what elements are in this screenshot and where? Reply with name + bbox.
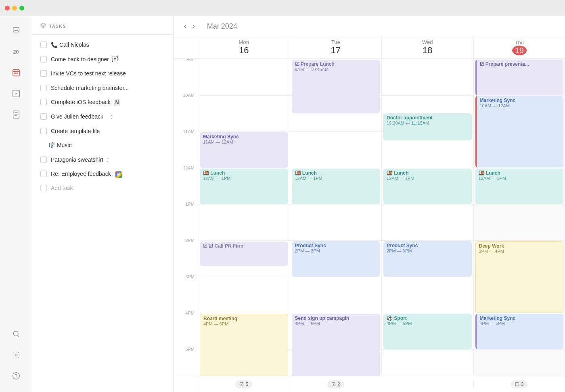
event-time: 4PM — 6PM [295,321,377,326]
footer-badge-icon-thu: ☐ [515,382,519,387]
svg-rect-2 [15,73,17,74]
svg-rect-5 [13,111,19,118]
help-icon-nav[interactable] [6,366,26,386]
event-title: Marketing Sync [203,134,285,140]
task-item[interactable]: Schedule marketing brainstor... [32,81,173,96]
event-marketing-sync-thu-2[interactable]: Marketing Sync 4PM — 5PM [475,314,564,349]
event-time: 9AM — 10:45AM [295,67,377,72]
event-lunch-tue[interactable]: 🍱 Lunch 12AM — 1PM [292,169,380,204]
footer-col-thu[interactable]: ☐ 3 [473,380,565,388]
event-call-pr-mon[interactable]: ☑ Call PR Firm [200,242,288,266]
task-text: 📞 Call Nicolas [51,41,89,49]
event-time: 2PM — 3PM [295,248,377,253]
next-button[interactable]: › [190,22,197,31]
sidebar-item-month-cal[interactable]: 20 [6,42,26,61]
event-title: ☑ Prepare Lunch [295,61,377,67]
add-task-button[interactable]: Add task [32,181,173,194]
task-item[interactable]: Re: Employee feedback M [32,167,173,181]
event-prepare-lunch-tue[interactable]: ☑ Prepare Lunch 9AM — 10:45AM [292,60,380,113]
footer-col-mon[interactable]: ☑ 5 [198,380,290,388]
event-title: ⚽ Sport [387,315,469,321]
event-time: 2PM — 3PM [387,248,469,253]
time-label-2pm: 2PM [185,238,195,243]
event-product-sync-wed[interactable]: Product Sync 2PM — 3PM [383,241,472,277]
event-deep-work-thu[interactable]: Deep Work 2PM — 4PM [475,241,564,313]
event-lunch-wed[interactable]: 🍱 Lunch 12AM — 1PM [383,169,472,204]
settings-icon-nav[interactable] [6,345,26,365]
event-marketing-sync-thu[interactable]: Marketing Sync 10AM — 12AM [475,96,564,167]
tasks-panel: TASKS 📞 Call Nicolas Come back to design… [32,16,174,392]
footer-badge-mon[interactable]: ☑ 5 [235,380,252,388]
traffic-lights [5,6,24,10]
event-signup-tue[interactable]: Send sign up campagin 4PM — 6PM [292,314,380,376]
minimize-button[interactable] [12,6,17,10]
sidebar-item-tasks[interactable] [6,84,26,103]
sidebar-item-inbox[interactable] [6,21,26,40]
tasks-header-label: TASKS [49,24,66,29]
task-checkbox[interactable] [40,85,47,91]
task-item[interactable]: Complete iOS feedback N [32,95,173,110]
event-lunch-thu[interactable]: 🍱 Lunch 12AM — 1PM [475,169,564,204]
task-checkbox[interactable] [40,128,47,134]
footer-badge-count-mon: 5 [245,382,248,387]
task-item[interactable]: Give Julien feedback [32,110,173,124]
svg-point-7 [15,354,17,356]
svg-rect-1 [14,73,15,74]
event-time: 11AM — 12AM [203,140,285,144]
footer-badge-tue[interactable]: ☑ 2 [327,380,344,388]
add-task-checkbox [40,185,47,191]
task-checkbox[interactable] [40,56,47,63]
task-item[interactable]: Invite VCs to test next release [32,67,173,81]
event-sport-wed[interactable]: ⚽ Sport 4PM — 5PM [383,314,472,349]
task-text: Create template file [51,127,100,136]
event-title: Marketing Sync [480,315,561,321]
event-product-sync-tue[interactable]: Product Sync 2PM — 3PM [292,241,380,277]
time-label-10am: 10AM [183,93,195,98]
title-bar [0,0,565,16]
close-button[interactable] [5,6,10,10]
sidebar-item-week-cal[interactable] [6,63,26,82]
day-name-mon: Mon [239,39,249,45]
task-item[interactable]: Patagonia sweatshirt ⤴ [32,153,173,167]
day-col-thu: ☑ Prepare presenta... Marketing Sync 10A… [473,59,565,376]
event-board-meeting-mon[interactable]: Board meeting 4PM — 6PM [200,314,288,376]
sidebar-item-notes[interactable] [6,105,26,124]
footer-badge-icon-mon: ☑ [239,382,244,387]
day-num-wed: 18 [423,45,432,56]
day-header-thu: Thu 19 [473,36,565,58]
footer-col-tue[interactable]: ☑ 2 [290,380,382,388]
time-label-5pm: 5PM [185,347,195,352]
event-title: 🍱 Lunch [479,170,561,176]
task-text: Come back to designer 🇲 [51,56,118,64]
tasks-header: TASKS [32,16,173,35]
event-title: Board meeting [203,316,285,321]
task-checkbox[interactable] [40,70,47,77]
task-item[interactable]: Come back to designer 🇲 [32,52,173,67]
task-checkbox[interactable] [40,42,47,48]
event-time: 12AM — 1PM [479,176,561,181]
event-lunch-mon[interactable]: 🍱 Lunch 12AM — 1PM [200,169,288,204]
svg-rect-9 [108,114,115,120]
maximize-button[interactable] [19,6,24,10]
footer-badge-thu[interactable]: ☐ 3 [511,380,528,388]
task-checkbox[interactable] [40,156,47,163]
task-item[interactable]: 📞 Call Nicolas [32,38,173,52]
task-checkbox[interactable] [40,171,47,177]
event-doctor-wed[interactable]: Doctor appointment 10:30AM — 11:15AM [383,113,472,140]
event-time: 12AM — 1PM [203,176,285,181]
task-item[interactable]: Create template file [32,124,173,139]
task-checkbox[interactable] [40,99,47,105]
event-prepare-pres-thu[interactable]: ☑ Prepare presenta... [475,60,564,95]
event-marketing-sync-mon[interactable]: Marketing Sync 11AM — 12AM [200,132,288,168]
event-title: 🍱 Lunch [203,170,285,176]
task-checkbox[interactable] [40,113,47,120]
calendar-title: Mar2024 [205,21,237,31]
day-col-tue: ☑ Prepare Lunch 9AM — 10:45AM 🍱 Lunch 12… [290,59,382,376]
tasks-header-icon [40,23,46,29]
task-item[interactable]: 🎼 Music [32,138,173,153]
calendar-area: ‹ › Mar2024 Mon 16 Tue 17 Wed 18 Th [174,16,565,392]
search-icon-nav[interactable] [6,324,26,344]
task-text: Invite VCs to test next release [51,70,126,78]
event-time: 12AM — 1PM [387,176,469,181]
prev-button[interactable]: ‹ [182,22,188,31]
